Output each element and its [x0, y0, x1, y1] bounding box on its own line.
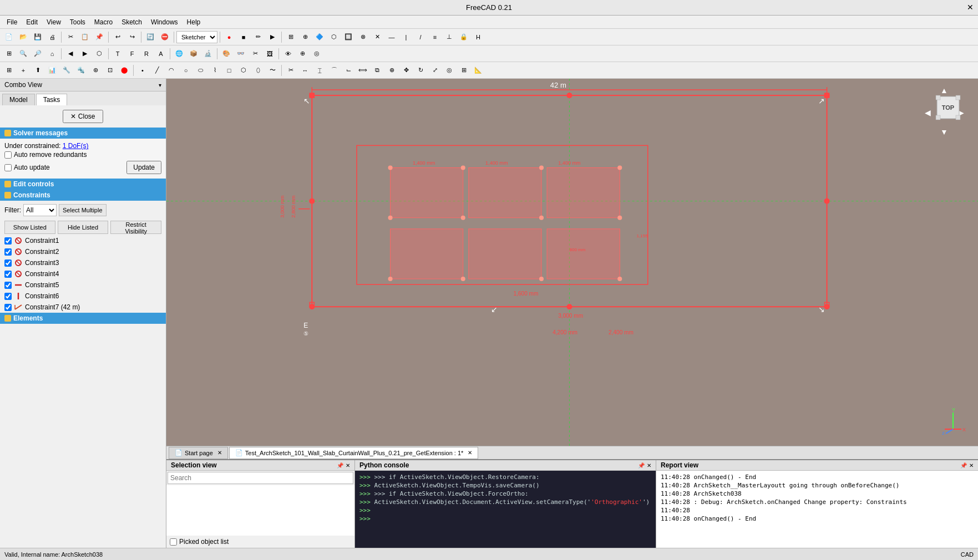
tool12[interactable]: ⊥	[443, 30, 456, 44]
auto-remove-checkbox[interactable]	[4, 151, 12, 159]
mirror-btn[interactable]: ⟺	[356, 64, 369, 77]
start-page-close[interactable]: ✕	[217, 450, 222, 456]
tasks-tab[interactable]: Tasks	[36, 94, 68, 105]
sketch-stop[interactable]: ⬤	[118, 64, 131, 77]
constraint-check-1[interactable]	[4, 248, 12, 256]
origin[interactable]: ◎	[310, 47, 323, 60]
sketch-tab[interactable]: 📄 Test_ArchSketch_101_Wall_Slab_CurtainW…	[229, 447, 479, 459]
view-cube[interactable]: ▲ ▼ ◀ ▶ TOP	[925, 88, 969, 138]
texture[interactable]: 🖼	[263, 47, 276, 60]
arc-btn[interactable]: ◠	[165, 64, 178, 77]
sel-pin[interactable]: 📌	[337, 462, 343, 469]
constraint-item-0[interactable]: Constraint1	[0, 235, 166, 246]
model-tab[interactable]: Model	[2, 94, 35, 105]
lock-icon[interactable]: 🔒	[457, 30, 470, 44]
rv-pin[interactable]: 📌	[960, 462, 967, 469]
constraint-check-5[interactable]	[4, 293, 12, 300]
slot-btn[interactable]: ⬯	[251, 64, 265, 77]
view-all[interactable]: 🌐	[173, 47, 186, 60]
sketch-t3[interactable]: ⬆	[31, 64, 44, 77]
rotate-btn[interactable]: ↻	[414, 64, 427, 77]
point-btn[interactable]: •	[136, 64, 149, 77]
line-btn[interactable]: ╱	[150, 64, 164, 77]
offset-btn[interactable]: ◎	[443, 64, 456, 77]
menu-file[interactable]: File	[2, 17, 22, 27]
view-sel[interactable]: 📦	[187, 47, 200, 60]
sketch-t2[interactable]: +	[17, 64, 30, 77]
view-cube-button[interactable]: ⬡	[93, 47, 106, 60]
cut-button[interactable]: ✂	[64, 30, 77, 44]
nav-fwd-button[interactable]: ▶	[78, 47, 92, 60]
menu-sketch[interactable]: Sketch	[117, 17, 146, 27]
sketch-t7[interactable]: ⊛	[89, 64, 102, 77]
constraint-check-4[interactable]	[4, 282, 12, 289]
circle-btn[interactable]: ○	[179, 64, 192, 77]
python-console-body[interactable]: >>> >>> if ActiveSketch.ViewObject.Resto…	[355, 471, 656, 548]
clone-btn[interactable]: ⧉	[371, 64, 384, 77]
view-axo[interactable]: A	[154, 47, 168, 60]
select-multiple-button[interactable]: Select Multiple	[59, 204, 107, 216]
combo-view-menu[interactable]: ▾	[159, 82, 161, 88]
workbench-dropdown[interactable]: Sketcher	[176, 31, 217, 43]
constraint-item-5[interactable]: Constraint6	[0, 291, 166, 302]
polyline-btn[interactable]: ⌇	[208, 64, 221, 77]
tool8[interactable]: —	[385, 30, 398, 44]
undo-button[interactable]: ↩	[111, 30, 124, 44]
copy-sketch-btn[interactable]: ⊕	[385, 64, 398, 77]
fillet-btn[interactable]: ⌒	[327, 64, 341, 77]
tool5[interactable]: 🔲	[342, 30, 355, 44]
menu-edit[interactable]: Edit	[22, 17, 42, 27]
zoom-in-button[interactable]: 🔍	[17, 47, 30, 60]
clip-plane[interactable]: ✂	[249, 47, 262, 60]
tool3[interactable]: 🔷	[313, 30, 326, 44]
hide-listed-button[interactable]: Hide Listed	[58, 221, 109, 234]
stop-sketch-button[interactable]: ■	[237, 30, 250, 44]
sketch-t5[interactable]: 🔧	[60, 64, 73, 77]
sketch-t8[interactable]: ⊡	[103, 64, 116, 77]
new-file-button[interactable]: 📄	[2, 30, 16, 44]
tasks-close-button[interactable]: ✕ Close	[63, 110, 103, 123]
view-top[interactable]: T	[111, 47, 124, 60]
sketch-t1[interactable]: ⊞	[2, 64, 16, 77]
ext-geo-btn[interactable]: 📐	[472, 64, 485, 77]
filter-select[interactable]: All	[23, 204, 57, 216]
tool7[interactable]: ✕	[371, 30, 384, 44]
constraint-h[interactable]: H	[472, 30, 485, 44]
scale-btn[interactable]: ⤢	[428, 64, 442, 77]
sel-close[interactable]: ✕	[346, 462, 350, 469]
grid-button[interactable]: ⊞	[284, 30, 297, 44]
sketch-t4[interactable]: 📊	[45, 64, 59, 77]
constraint-check-6[interactable]	[4, 304, 12, 311]
menu-tools[interactable]: Tools	[65, 17, 90, 27]
zoom-out-button[interactable]: 🔎	[31, 47, 44, 60]
zoom-fit-button[interactable]: ⊞	[2, 47, 16, 60]
tool11[interactable]: ≡	[428, 30, 442, 44]
canvas-area[interactable]: 42 m 1,400 mm 1,400 mm 1,400 mm 1,600 mm…	[166, 79, 978, 446]
menu-help[interactable]: Help	[183, 17, 205, 27]
constraint-item-3[interactable]: Constraint4	[0, 268, 166, 279]
refresh-button[interactable]: 🔄	[144, 30, 157, 44]
split-btn[interactable]: ⌶	[313, 64, 326, 77]
bspline-btn[interactable]: 〜	[266, 64, 279, 77]
menu-macro[interactable]: Macro	[90, 17, 117, 27]
tool4[interactable]: ⬡	[327, 30, 341, 44]
constraint-item-2[interactable]: Constraint3	[0, 257, 166, 268]
play-button[interactable]: ▶	[266, 30, 279, 44]
start-page-tab[interactable]: 📄 Start page ✕	[169, 447, 228, 459]
sketch-t6[interactable]: 🔩	[74, 64, 88, 77]
rect-btn[interactable]: □	[222, 64, 236, 77]
auto-update-checkbox[interactable]	[4, 164, 12, 171]
chamfer-btn[interactable]: ⌙	[342, 64, 355, 77]
constraint-check-3[interactable]	[4, 271, 12, 278]
ellipse-btn[interactable]: ⬭	[194, 64, 207, 77]
constraint-item-1[interactable]: Constraint2	[0, 246, 166, 257]
view-zoom[interactable]: 🔬	[201, 47, 215, 60]
tool10[interactable]: /	[414, 30, 427, 44]
tool6[interactable]: ⊗	[356, 30, 369, 44]
selection-search-input[interactable]	[168, 472, 353, 484]
constraint-check-2[interactable]	[4, 259, 12, 267]
picked-object-checkbox[interactable]	[170, 538, 177, 546]
nav-back-button[interactable]: ◀	[64, 47, 77, 60]
window-close-button[interactable]: ✕	[967, 3, 974, 12]
copy-button[interactable]: 📋	[78, 30, 92, 44]
